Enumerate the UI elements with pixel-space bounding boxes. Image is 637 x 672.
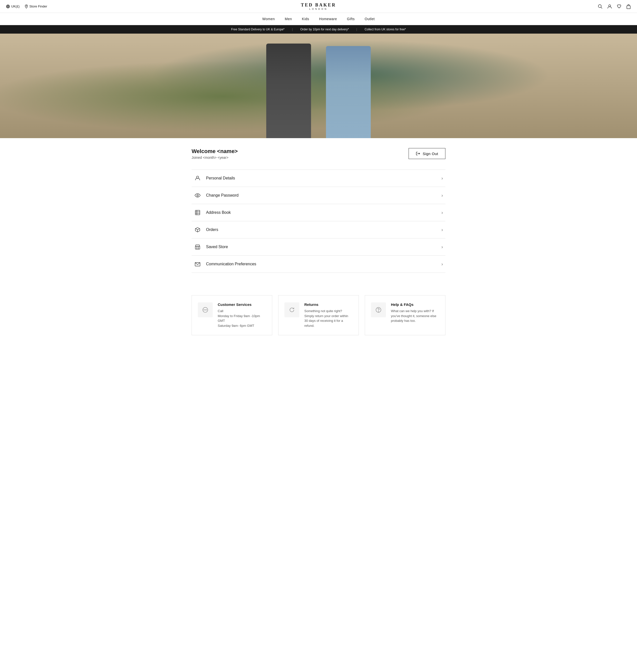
menu-item-left: Saved Store [194,244,228,250]
menu-item-change-password[interactable]: Change Password › [192,187,445,204]
help-card-content: Customer Services Call Monday to Friday … [218,303,266,328]
chevron-right-icon: › [441,176,443,181]
svg-point-6 [598,4,601,7]
menu-item-label: Address Book [206,210,231,215]
book-icon [194,210,201,216]
help-card-title: Returns [304,303,352,307]
svg-rect-9 [627,6,630,9]
svg-line-7 [601,7,602,8]
search-icon[interactable] [598,4,603,9]
person-icon [194,175,201,181]
menu-item-saved-store[interactable]: Saved Store › [192,238,445,256]
chevron-right-icon: › [441,244,443,250]
menu-item-left: Personal Details [194,175,235,181]
store-finder-label: Store Finder [29,4,47,8]
promo-item-2: Collect from UK stores for free* [365,28,406,31]
menu-item-label: Personal Details [206,176,235,180]
eye-icon [194,193,201,198]
help-card-customer-services: Customer Services Call Monday to Friday … [192,295,272,335]
location-icon [25,4,28,8]
help-card-line2: Monday to Friday 9am -10pm GMT [218,314,266,323]
svg-rect-13 [195,210,200,215]
wishlist-icon[interactable] [617,4,622,9]
promo-bar: Free Standard Delivery to UK & Europe*|O… [0,25,637,34]
help-section: Customer Services Call Monday to Friday … [187,288,450,350]
nav-item-gifts[interactable]: Gifts [347,17,354,21]
chevron-right-icon: › [441,210,443,215]
svg-point-8 [608,5,611,7]
joined-text: Joined <month> <year> [192,156,238,160]
menu-item-label: Change Password [206,193,239,198]
svg-point-27 [378,311,379,312]
help-card-returns: Returns Something not quite right? Simpl… [278,295,359,335]
box-icon [194,227,201,233]
promo-divider: | [356,28,357,31]
store-finder-link[interactable]: Store Finder [25,4,47,8]
menu-item-left: Address Book [194,210,231,216]
help-card-line3: Saturday 9am- 6pm GMT [218,323,266,328]
hero-figure-female [326,46,371,138]
nav-item-women[interactable]: Women [262,17,275,21]
bag-icon[interactable] [626,4,631,9]
svg-point-23 [204,310,204,310]
menu-item-personal-details[interactable]: Personal Details › [192,170,445,187]
help-card-title: Customer Services [218,303,266,307]
store-icon [194,244,201,250]
nav-item-homeware[interactable]: Homeware [319,17,337,21]
account-icon[interactable] [607,4,612,9]
menu-item-label: Orders [206,228,218,232]
account-menu: Personal Details › Change Password › Add… [192,169,445,273]
sign-out-icon [416,151,420,156]
menu-item-communication-preferences[interactable]: Communication Preferences › [192,256,445,273]
nav-item-kids[interactable]: Kids [302,17,309,21]
svg-point-24 [205,310,205,310]
top-bar: UK(£) Store Finder TED BAKER LONDON [0,0,637,13]
promo-item-0: Free Standard Delivery to UK & Europe* [231,28,285,31]
hero-figure-male [266,43,311,138]
nav-item-outlet[interactable]: Outlet [365,17,375,21]
chevron-right-icon: › [441,193,443,198]
help-card-description: What can we help you with? If you've tho… [391,309,439,323]
nav-item-men[interactable]: Men [285,17,292,21]
promo-divider: | [292,28,293,31]
logo-main: TED BAKER [301,2,336,8]
locale-label: UK(£) [11,4,20,8]
help-card-description: Something not quite right? Simply return… [304,309,352,328]
help-card-line1: Call [218,309,266,314]
locale-selector[interactable]: UK(£) [6,4,20,8]
question-icon [371,303,386,317]
menu-item-left: Orders [194,227,218,233]
menu-item-orders[interactable]: Orders › [192,221,445,238]
logo[interactable]: TED BAKER LONDON [301,2,336,10]
menu-item-left: Change Password [194,193,239,198]
hero-image [0,34,637,138]
menu-item-address-book[interactable]: Address Book › [192,204,445,221]
svg-rect-18 [195,247,200,249]
promo-item-1: Order by 10pm for next day delivery* [301,28,349,31]
account-section: Welcome <name> Joined <month> <year> Sig… [187,138,450,288]
help-card-title: Help & FAQs [391,303,439,307]
svg-point-5 [26,5,26,6]
sign-out-label: Sign Out [423,151,438,156]
help-card-help-faqs: Help & FAQs What can we help you with? I… [365,295,445,335]
menu-item-label: Communication Preferences [206,262,256,266]
menu-item-left: Communication Preferences [194,261,256,267]
main-nav: WomenMenKidsHomewareGiftsOutlet [0,13,637,25]
sign-out-button[interactable]: Sign Out [408,148,445,159]
logo-sub: LONDON [301,8,336,10]
chat-icon [198,303,213,317]
envelope-icon [194,261,201,267]
welcome-text: Welcome <name> Joined <month> <year> [192,148,238,160]
svg-point-25 [206,310,207,310]
help-card-content: Returns Something not quite right? Simpl… [304,303,352,328]
refresh-icon [285,303,299,317]
help-card-content: Help & FAQs What can we help you with? I… [391,303,439,323]
welcome-heading: Welcome <name> [192,148,238,155]
chevron-right-icon: › [441,261,443,267]
globe-icon [6,4,10,8]
menu-item-label: Saved Store [206,245,228,249]
svg-point-12 [197,195,198,196]
chevron-right-icon: › [441,227,443,233]
